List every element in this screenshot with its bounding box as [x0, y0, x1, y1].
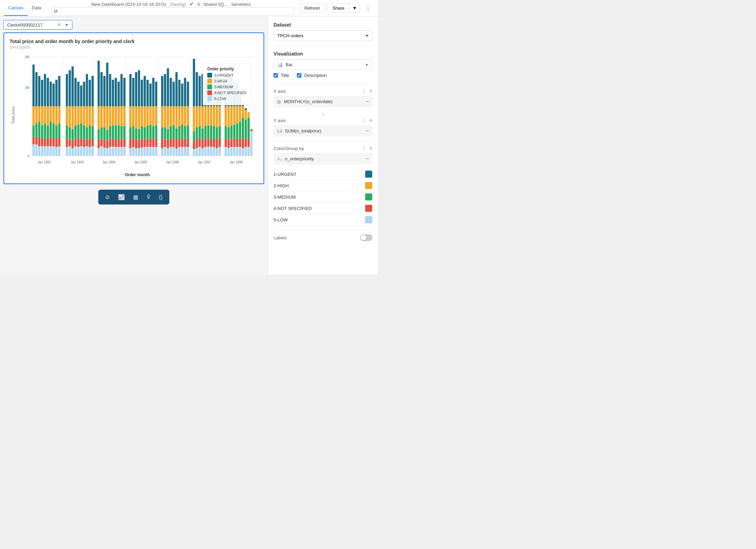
title-checkbox[interactable]: [273, 73, 278, 78]
svg-rect-266: [193, 131, 195, 141]
svg-rect-112: [91, 139, 93, 146]
share-dropdown-button[interactable]: ▼: [350, 3, 360, 13]
color-item-swatch[interactable]: [365, 182, 372, 189]
color-group-remove-button[interactable]: −: [365, 155, 369, 162]
svg-rect-276: [199, 126, 201, 139]
svg-rect-149: [118, 82, 120, 107]
color-item-swatch[interactable]: [365, 193, 372, 201]
x-axis-remove-button[interactable]: −: [365, 98, 369, 105]
svg-rect-167: [129, 139, 131, 148]
color-item-swatch[interactable]: [365, 170, 372, 178]
svg-rect-189: [143, 76, 146, 106]
svg-rect-348: [242, 148, 244, 156]
svg-rect-172: [132, 139, 134, 147]
svg-rect-224: [167, 68, 169, 106]
svg-rect-18: [32, 144, 34, 156]
svg-rect-129: [106, 63, 108, 107]
svg-rect-170: [132, 106, 134, 126]
filter-value: Clerk#000002117: [7, 22, 55, 28]
svg-rect-90: [80, 106, 82, 123]
svg-rect-312: [219, 139, 221, 147]
tab-data[interactable]: Data: [28, 0, 45, 16]
mode-selector[interactable]: M: [51, 7, 294, 16]
svg-rect-223: [164, 147, 166, 156]
refresh-button[interactable]: Refresh: [299, 3, 326, 13]
header-tabs: Canvas Data: [4, 0, 46, 16]
bar-chart-icon: 📊: [277, 62, 283, 67]
description-checkbox[interactable]: [297, 73, 301, 78]
color-item-swatch[interactable]: [365, 216, 372, 223]
code-toolbar-icon[interactable]: {}: [158, 193, 164, 202]
svg-rect-292: [207, 139, 209, 147]
svg-rect-306: [216, 127, 218, 139]
viz-type-selector[interactable]: 📊 Bar ▼: [273, 59, 372, 70]
labels-toggle[interactable]: [360, 234, 372, 241]
more-options-button[interactable]: ⋮: [362, 3, 374, 13]
color-item: 5-LOW: [273, 214, 372, 226]
svg-rect-128: [103, 148, 105, 156]
svg-rect-24: [38, 76, 40, 106]
svg-rect-217: [161, 139, 163, 148]
svg-rect-343: [239, 147, 241, 156]
share-button[interactable]: Share: [327, 3, 350, 13]
filter-toolbar-icon[interactable]: ⊘: [104, 192, 111, 202]
y-axis-more-icon[interactable]: ⋮: [361, 117, 367, 124]
svg-rect-268: [193, 149, 195, 156]
chart-title: Total price and order month by order pri…: [10, 39, 258, 44]
svg-rect-65: [66, 106, 68, 125]
y-axis-section: Y axis ⋮ + 1.2 SUM(o_totalprice) −: [273, 117, 372, 137]
tab-canvas[interactable]: Canvas: [4, 0, 28, 16]
chart-toolbar-icon[interactable]: 📈: [117, 192, 126, 202]
svg-rect-322: [228, 139, 230, 148]
svg-rect-155: [120, 106, 122, 126]
color-item-swatch[interactable]: [365, 204, 372, 212]
color-group-add-icon[interactable]: +: [369, 145, 372, 152]
x-axis-add-icon[interactable]: +: [369, 88, 372, 94]
svg-rect-93: [80, 146, 82, 156]
svg-rect-157: [120, 139, 122, 147]
svg-rect-328: [230, 147, 232, 156]
svg-rect-50: [52, 106, 54, 123]
svg-rect-184: [141, 80, 143, 106]
legend-item: 4-NOT SPECIFIED: [207, 90, 247, 95]
dataset-select[interactable]: TPCH orders: [273, 30, 372, 41]
svg-text:Jan 1994: Jan 1994: [102, 160, 116, 164]
y-axis-add-icon[interactable]: +: [369, 117, 372, 124]
numeric-icon: 1.2: [277, 129, 282, 133]
legend-title: Order priority: [207, 67, 247, 71]
filter-dropdown-button[interactable]: ▼: [65, 23, 69, 27]
svg-rect-146: [115, 126, 117, 139]
svg-rect-45: [50, 106, 52, 121]
svg-rect-154: [120, 74, 122, 107]
svg-rect-221: [164, 127, 166, 139]
swap-axes-button[interactable]: ↕: [273, 111, 372, 117]
svg-rect-161: [123, 126, 125, 139]
svg-rect-190: [143, 106, 146, 127]
svg-rect-140: [112, 106, 114, 125]
svg-rect-205: [152, 106, 154, 126]
svg-rect-207: [152, 139, 154, 147]
x-axis-more-icon[interactable]: ⋮: [361, 88, 367, 94]
svg-rect-209: [155, 82, 157, 107]
svg-rect-285: [204, 106, 206, 126]
table-toolbar-icon[interactable]: ▦: [132, 192, 140, 202]
toolbar-bar: ⊘ 📈 ▦ ⊽ {}: [98, 190, 170, 204]
svg-rect-176: [135, 128, 137, 139]
svg-rect-54: [55, 80, 57, 106]
viz-type-label: Bar: [286, 62, 365, 67]
svg-rect-179: [138, 70, 140, 107]
filter-tag[interactable]: Clerk#000002117 ✕ ▼: [3, 20, 72, 30]
funnel-toolbar-icon[interactable]: ⊽: [145, 192, 152, 202]
svg-rect-182: [138, 140, 140, 148]
svg-rect-356: [248, 139, 250, 147]
svg-rect-248: [178, 147, 180, 156]
svg-rect-251: [181, 124, 183, 139]
svg-rect-92: [80, 139, 82, 146]
color-group-more-icon[interactable]: ⋮: [361, 145, 367, 152]
y-axis-remove-button[interactable]: −: [365, 127, 369, 134]
filter-clear-button[interactable]: ✕: [57, 22, 61, 28]
svg-rect-16: [32, 126, 34, 137]
connection-label[interactable]: 0 - Shared SQ...: [198, 2, 228, 7]
svg-text:Jan 1998: Jan 1998: [230, 160, 243, 164]
y-axis-item: 1.2 SUM(o_totalprice) −: [273, 125, 372, 137]
